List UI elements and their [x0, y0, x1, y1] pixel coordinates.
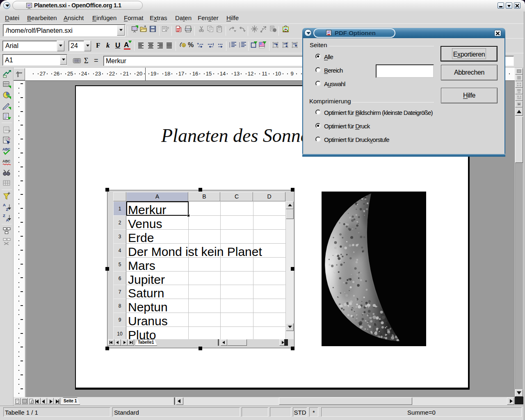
svg-text:+,: +, — [197, 42, 200, 46]
svg-text:ABC: ABC — [2, 159, 11, 163]
svg-text:A: A — [3, 203, 6, 207]
svg-text:9: 9 — [183, 44, 185, 47]
svg-text:Z: Z — [3, 213, 5, 218]
